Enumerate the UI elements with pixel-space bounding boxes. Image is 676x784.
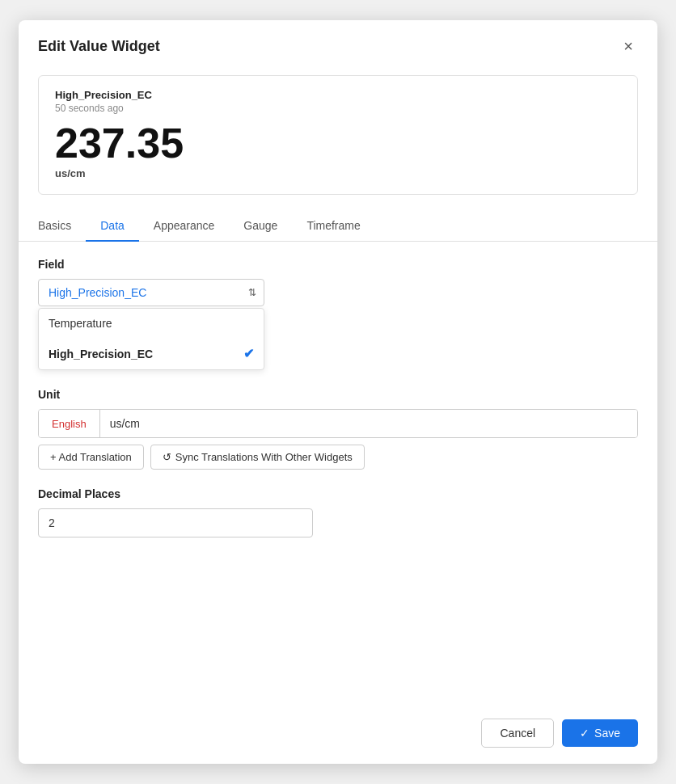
decimal-label: Decimal Places [38,487,638,500]
preview-time-ago: 50 seconds ago [55,103,621,114]
field-section: Field High_Precision_EC ⇅ Temperature Hi… [38,258,638,370]
unit-label: Unit [38,388,638,401]
dropdown-item-high-precision-ec-label: High_Precision_EC [49,348,153,360]
decimal-section: Decimal Places [38,487,638,537]
preview-card: High_Precision_EC 50 seconds ago 237.35 … [38,75,638,195]
sync-translations-label: Sync Translations With Other Widgets [175,451,353,463]
cancel-button[interactable]: Cancel [481,719,554,748]
tab-bar: Basics Data Appearance Gauge Timeframe [19,211,657,242]
unit-section: Unit English + Add Translation ↺ Sync Tr… [38,388,638,470]
close-button[interactable]: × [619,36,638,56]
field-label: Field [38,258,638,271]
tab-basics[interactable]: Basics [38,211,86,242]
unit-actions: + Add Translation ↺ Sync Translations Wi… [38,445,638,470]
add-translation-button[interactable]: + Add Translation [38,445,144,470]
tab-appearance[interactable]: Appearance [139,211,230,242]
edit-value-widget-modal: Edit Value Widget × High_Precision_EC 50… [19,20,657,764]
dropdown-item-temperature[interactable]: Temperature [39,309,264,338]
field-dropdown-menu: Temperature High_Precision_EC ✔ [38,308,264,370]
save-button[interactable]: ✓ Save [562,719,638,747]
field-select[interactable]: High_Precision_EC [38,279,264,306]
checkmark-icon: ✔ [243,346,254,361]
unit-lang-tag: English [39,410,100,437]
save-checkmark-icon: ✓ [580,727,589,740]
preview-value: 237.35 [55,122,621,164]
unit-value-input[interactable] [100,410,637,437]
form-body: Field High_Precision_EC ⇅ Temperature Hi… [19,242,657,706]
field-select-wrapper: High_Precision_EC ⇅ [38,279,264,306]
decimal-input[interactable] [38,508,313,537]
tab-gauge[interactable]: Gauge [229,211,292,242]
preview-sensor-name: High_Precision_EC [55,89,621,101]
tab-timeframe[interactable]: Timeframe [292,211,374,242]
sync-translations-button[interactable]: ↺ Sync Translations With Other Widgets [150,445,365,470]
modal-header: Edit Value Widget × [19,20,657,69]
save-label: Save [594,727,620,740]
dropdown-item-high-precision-ec[interactable]: High_Precision_EC ✔ [39,338,264,369]
tab-data[interactable]: Data [86,211,139,242]
unit-row: English [38,409,638,438]
sync-icon: ↺ [163,451,171,463]
dropdown-item-temperature-label: Temperature [49,317,112,330]
preview-unit: us/cm [55,167,621,179]
modal-title: Edit Value Widget [38,38,160,55]
modal-footer: Cancel ✓ Save [19,706,657,764]
